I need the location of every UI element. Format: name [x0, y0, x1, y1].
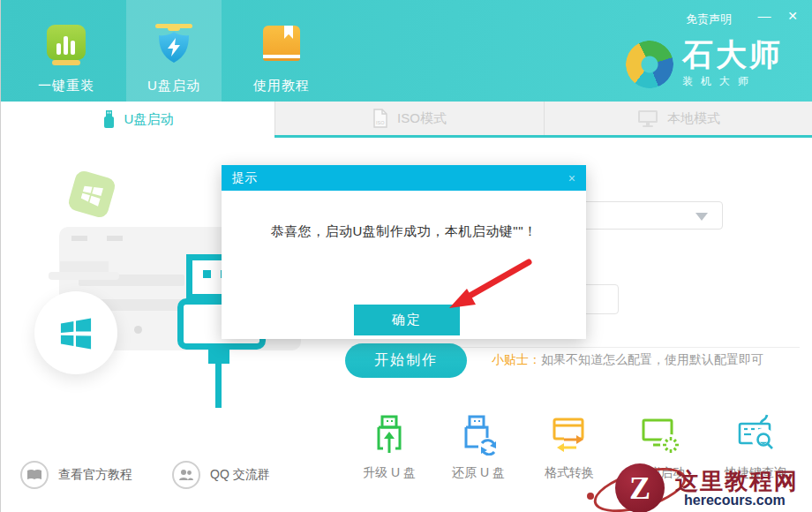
people-icon — [172, 461, 200, 489]
app-window: 一键重装 U盘启动 — [0, 0, 812, 512]
tip-text: 小贴士：如果不知道怎么配置，使用默认配置即可 — [492, 352, 763, 368]
usb-restore-icon — [457, 413, 500, 459]
tool-label: 还原 U 盘 — [452, 465, 505, 481]
mode-tabs: U盘启动 ISO ISO模式 本地模式 — [1, 102, 812, 138]
start-make-button[interactable]: 开始制作 — [345, 343, 467, 378]
usb-shield-icon — [153, 23, 195, 69]
brand-logo: 石大师 装机大师 — [626, 39, 783, 89]
tip-body: 如果不知道怎么配置，使用默认配置即可 — [541, 352, 763, 366]
usb-upgrade-icon — [368, 413, 410, 459]
chart-icon — [45, 23, 87, 69]
format-convert-icon — [548, 413, 590, 459]
nav-label: 一键重装 — [38, 78, 94, 94]
nav-item-usb-boot[interactable]: U盘启动 — [126, 0, 222, 102]
book-icon — [260, 23, 303, 69]
brand-subtitle: 装机大师 — [682, 74, 783, 89]
watermark-site-url: herecours.com — [684, 493, 786, 508]
header-right: 免责声明 — ✕ 石大师 装机大师 — [548, 0, 812, 102]
simulate-boot-icon — [639, 413, 681, 459]
monitor-base — [49, 272, 119, 280]
hotkey-search-icon — [734, 413, 777, 459]
link-label: QQ 交流群 — [210, 467, 270, 483]
success-dialog: 提示 × 恭喜您，启动U盘制作成功，本机启动键""！ 确定 — [222, 165, 586, 339]
tab-label: ISO模式 — [397, 110, 447, 127]
logo-swirl-icon — [620, 34, 680, 94]
link-label: 查看官方教程 — [58, 467, 132, 483]
iso-file-icon: ISO — [372, 109, 388, 128]
section-divider — [402, 347, 800, 348]
tool-restore-usb[interactable]: 还原 U 盘 — [430, 413, 527, 481]
watermark-letter: Z — [629, 470, 650, 507]
usb-illustration-plug — [208, 348, 229, 364]
site-watermark: Z 这里教程网 herecours.com — [585, 457, 812, 512]
tab-iso-mode[interactable]: ISO ISO模式 — [274, 102, 544, 135]
watermark-dot — [587, 493, 594, 500]
nav-item-reinstall[interactable]: 一键重装 — [19, 0, 114, 102]
book-pages-icon — [20, 461, 49, 489]
qq-group-link[interactable]: QQ 交流群 — [172, 461, 270, 489]
tool-label: 升级 U 盘 — [363, 465, 416, 481]
windows-tile-icon — [67, 169, 117, 220]
usb-illustration-cable — [215, 364, 222, 408]
usb-icon — [102, 110, 116, 129]
monitor-icon — [637, 109, 658, 128]
dialog-titlebar: 提示 × — [222, 165, 586, 191]
main-nav: 一键重装 U盘启动 — [19, 0, 329, 102]
tab-label: 本地模式 — [667, 110, 720, 127]
dialog-ok-button[interactable]: 确定 — [354, 305, 460, 335]
nav-item-tutorial[interactable]: 使用教程 — [234, 0, 329, 102]
minimize-button[interactable]: — — [755, 7, 774, 25]
dialog-close-icon[interactable]: × — [568, 171, 575, 185]
dialog-message: 恭喜您，启动U盘制作成功，本机启动键""！ — [222, 223, 586, 240]
chevron-down-icon — [695, 213, 708, 221]
windows-circle-badge — [34, 291, 117, 374]
disclaimer-link[interactable]: 免责声明 — [686, 11, 732, 27]
header: 一键重装 U盘启动 — [1, 0, 812, 102]
close-button[interactable]: ✕ — [783, 7, 802, 25]
dialog-title: 提示 — [232, 170, 257, 186]
nav-label: U盘启动 — [147, 78, 200, 94]
nav-label: 使用教程 — [253, 78, 310, 94]
tab-local-mode[interactable]: 本地模式 — [544, 102, 812, 135]
official-tutorial-link[interactable]: 查看官方教程 — [20, 461, 132, 489]
monitor-stand — [60, 261, 109, 272]
watermark-logo: Z — [615, 463, 665, 512]
brand-name: 石大师 — [682, 39, 783, 71]
tool-upgrade-usb[interactable]: 升级 U 盘 — [341, 413, 438, 481]
tab-usb-boot[interactable]: U盘启动 — [1, 102, 274, 138]
svg-text:ISO: ISO — [376, 120, 385, 125]
tab-label: U盘启动 — [124, 111, 174, 128]
tip-label: 小贴士： — [492, 352, 541, 366]
